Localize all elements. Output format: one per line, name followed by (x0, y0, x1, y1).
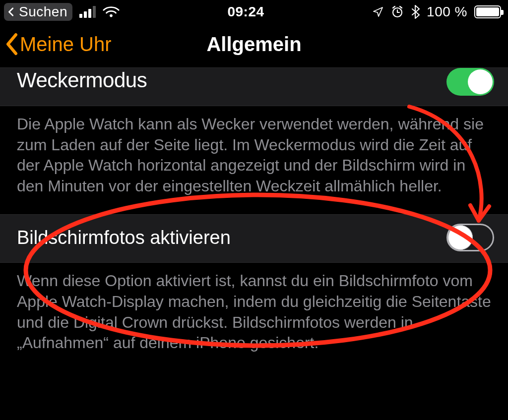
navigation-bar: Meine Uhr Allgemein (0, 23, 508, 67)
status-right: 100 % (372, 4, 501, 20)
nav-back-button[interactable]: Meine Uhr (5, 33, 206, 56)
row-weckermodus[interactable]: Weckermodus (0, 67, 508, 106)
row-screenshots[interactable]: Bildschirmfotos aktivieren (0, 214, 508, 263)
wifi-icon (103, 5, 120, 18)
breadcrumb-back-chip[interactable]: Suchen (4, 3, 72, 21)
settings-list: Weckermodus Die Apple Watch kann als Wec… (0, 67, 508, 368)
row-footer-weckermodus: Die Apple Watch kann als Wecker verwende… (0, 106, 508, 211)
alarm-clock-icon (391, 5, 404, 18)
toggle-knob (468, 69, 493, 94)
location-icon (372, 6, 384, 18)
nav-back-label: Meine Uhr (20, 33, 112, 56)
status-bar: Suchen 09:24 100 % (0, 0, 508, 23)
cellular-signal-icon (79, 6, 96, 18)
toggle-knob (448, 225, 473, 250)
row-label: Bildschirmfotos aktivieren (17, 227, 231, 248)
status-time: 09:24 (227, 4, 264, 20)
toggle-screenshots[interactable] (446, 224, 494, 251)
page-title: Allgemein (206, 33, 301, 56)
chevron-left-icon (5, 33, 20, 56)
row-label: Weckermodus (17, 70, 147, 91)
bluetooth-icon (411, 5, 420, 19)
chevron-left-icon (6, 6, 17, 17)
row-footer-screenshots: Wenn diese Option aktiviert ist, kannst … (0, 263, 508, 368)
battery-percent: 100 % (427, 4, 467, 20)
status-left: Suchen (4, 3, 120, 21)
toggle-weckermodus[interactable] (446, 68, 494, 96)
breadcrumb-label: Suchen (19, 4, 67, 20)
battery-icon (474, 5, 501, 18)
svg-point-0 (110, 14, 113, 17)
